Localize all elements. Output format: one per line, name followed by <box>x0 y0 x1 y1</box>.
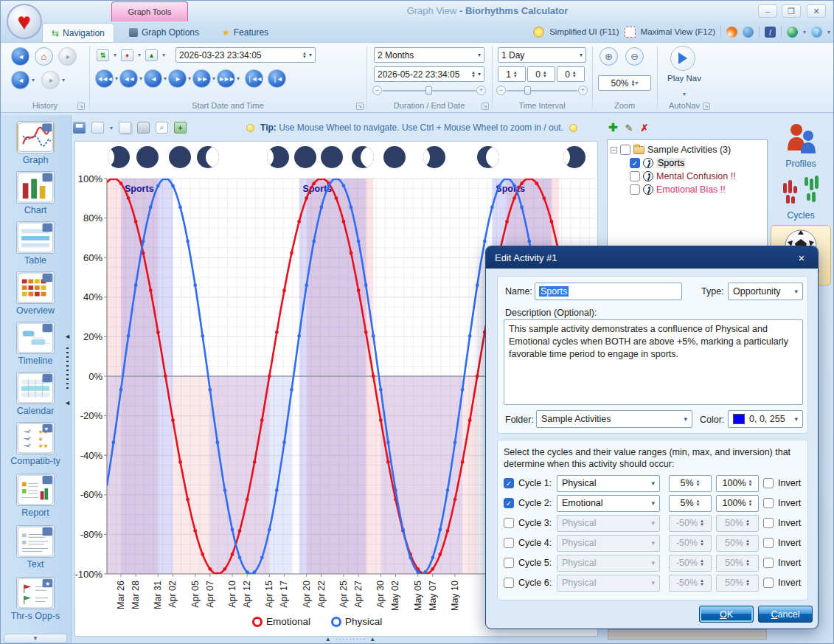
history-first-button[interactable]: ◄ <box>11 47 29 66</box>
invert-checkbox[interactable] <box>763 478 774 488</box>
print-icon[interactable] <box>137 122 150 134</box>
chevron-down-icon[interactable]: ▾ <box>62 77 65 83</box>
nav-skip-back-button[interactable]: ❘◄ <box>268 69 286 88</box>
folder-combo[interactable]: Sample Activities ▾ <box>536 410 692 428</box>
save-icon[interactable] <box>73 122 86 134</box>
simplified-ui-toggle[interactable]: Simplified UI (F11) <box>549 27 619 36</box>
sidebar-item-overview[interactable]: Overview <box>5 271 66 316</box>
chevron-down-icon[interactable]: ▾ <box>164 75 167 82</box>
interval-minutes-stepper[interactable]: 0 ▲▼ <box>557 66 585 82</box>
interval-preset-combo[interactable]: 1 Day ▾ <box>498 47 586 63</box>
chevron-down-icon[interactable]: ▾ <box>803 29 806 35</box>
chevron-down-icon[interactable]: ▾ <box>162 52 165 58</box>
chevron-down-icon[interactable]: ▾ <box>212 75 215 82</box>
sidebar-item-graph[interactable]: Graph <box>5 121 66 165</box>
tab-navigation[interactable]: ⇆ Navigation <box>42 23 114 42</box>
cycle-max-stepper[interactable]: 100%▲▼ <box>716 475 759 492</box>
item-checkbox[interactable] <box>630 184 640 195</box>
chevron-down-icon[interactable]: ▾ <box>110 125 113 131</box>
cycle-checkbox[interactable] <box>504 538 514 548</box>
app-menu-button[interactable]: ♥ <box>7 4 42 39</box>
name-input[interactable]: Sports <box>535 283 682 300</box>
cycle-max-stepper[interactable]: 100%▲▼ <box>716 495 759 512</box>
export-icon[interactable] <box>91 122 104 134</box>
spinner-icon[interactable]: ▲▼ <box>543 71 547 78</box>
cycle-checkbox-checked[interactable]: ✓ <box>504 478 514 488</box>
edit-activity-icon[interactable]: ✎ <box>625 122 633 134</box>
sidebar-item-report[interactable]: Report <box>5 474 66 518</box>
sidebar-scroll-down[interactable]: ▼ <box>4 634 67 643</box>
interval-hours-stepper[interactable]: 0 ▲▼ <box>527 66 555 82</box>
slider-plus-icon[interactable]: + <box>476 86 486 95</box>
sidebar-item-calendar[interactable]: Calendar <box>5 372 66 416</box>
minimize-button[interactable]: – <box>758 4 777 18</box>
calendar-holiday-icon[interactable]: ▲ <box>145 49 158 61</box>
cycle-checkbox[interactable] <box>504 578 514 588</box>
maximal-view-toggle[interactable]: Maximal View (F12) <box>641 27 715 36</box>
dialog-title-bar[interactable]: Edit Activity #1 × <box>486 246 818 269</box>
ok-button[interactable]: OK <box>699 606 754 623</box>
chevron-down-icon[interactable]: ▾ <box>309 52 312 58</box>
cycle-checkbox[interactable] <box>504 558 514 568</box>
root-checkbox[interactable] <box>620 145 630 155</box>
cycle-min-stepper[interactable]: 5%▲▼ <box>669 475 712 492</box>
history-dialog-launcher-icon[interactable]: ↘ <box>77 103 85 110</box>
cycle-checkbox-checked[interactable]: ✓ <box>504 498 514 508</box>
cycle-min-stepper[interactable]: 5%▲▼ <box>669 495 712 512</box>
duration-slider[interactable]: − + <box>372 86 486 96</box>
chevron-down-icon[interactable]: ▾ <box>188 75 191 82</box>
chevron-down-icon[interactable]: ▾ <box>139 75 142 82</box>
chevron-down-icon[interactable]: ▾ <box>658 86 710 99</box>
add-activity-icon[interactable]: ✚ <box>608 121 618 134</box>
play-nav-button[interactable] <box>670 46 695 71</box>
slider-plus-icon[interactable]: + <box>578 86 588 95</box>
sidebar-item-text[interactable]: Text <box>5 525 66 569</box>
start-dialog-launcher-icon[interactable]: ↘ <box>356 103 364 110</box>
history-last-button[interactable]: ► <box>58 47 77 66</box>
sidebar-item-threats-opportunities[interactable]: ★ Thr-s Opp-s <box>5 577 66 621</box>
chevron-down-icon[interactable]: ▾ <box>237 75 240 82</box>
sidebar-item-timeline[interactable]: Timeline <box>5 322 66 366</box>
invert-checkbox[interactable] <box>763 498 774 508</box>
chevron-down-icon[interactable]: ▾ <box>32 77 35 83</box>
zoom-level-stepper[interactable]: 50% ▲▼ ▾ <box>598 75 651 91</box>
sidebar-collapse-arrow[interactable]: ◄ <box>64 333 71 340</box>
tab-graph-options[interactable]: Graph Options <box>120 23 208 42</box>
color-combo[interactable]: 0, 0, 255 ▾ <box>728 410 803 428</box>
start-date-input[interactable]: 2026-03-23 23:34:05 ▲▼ ▾ <box>176 47 316 63</box>
slider-track[interactable] <box>507 90 577 91</box>
chevron-down-icon[interactable]: ▾ <box>635 80 638 86</box>
help-icon[interactable]: ? <box>811 27 822 38</box>
sidebar-item-table[interactable]: Table <box>5 221 66 266</box>
duration-dialog-launcher-icon[interactable]: ↘ <box>482 103 489 110</box>
end-date-input[interactable]: 2026-05-22 23:34:05 ▲▼ ▾ <box>374 66 484 82</box>
zoom-out-icon[interactable]: ⊖ <box>625 47 644 66</box>
contextual-tab-graph-tools[interactable]: Graph Tools <box>111 1 188 21</box>
chevron-down-icon[interactable]: ▾ <box>115 75 118 82</box>
copy-icon[interactable] <box>119 122 131 134</box>
chevron-down-icon[interactable]: ▾ <box>478 71 481 77</box>
tree-item-emotional-bias[interactable]: Emotional Bias !! <box>608 183 767 196</box>
spinner-icon[interactable]: ▲▼ <box>513 71 518 78</box>
web-search-icon[interactable] <box>743 27 754 38</box>
history-back-button[interactable]: ◄ <box>11 71 29 89</box>
horizontal-splitter-handle[interactable]: ▲ ········· ▲ <box>310 636 392 643</box>
calendar-event-icon[interactable]: ♦ <box>121 49 133 61</box>
nav-fwd-2-button[interactable]: ►► <box>192 69 211 88</box>
sidebar-item-compatibility[interactable]: ★★★★★♥ Compatib-ty <box>5 422 66 466</box>
type-combo[interactable]: Opportunity ▾ <box>728 283 803 300</box>
cycle-combo[interactable]: Emotional▾ <box>557 495 660 512</box>
duration-preset-combo[interactable]: 2 Months ▾ <box>374 47 484 63</box>
maximize-button[interactable]: ❐ <box>782 4 801 18</box>
rail-item-cycles[interactable]: Cycles <box>769 173 833 221</box>
rail-item-profiles[interactable]: Profiles <box>769 121 833 169</box>
spinner-icon[interactable]: ▲▼ <box>471 71 476 78</box>
home-icon[interactable]: ⌂ <box>35 47 53 66</box>
nav-fwd-1-button[interactable]: ► <box>168 69 187 88</box>
zoom-in-icon[interactable]: ⊕ <box>600 47 618 66</box>
delete-activity-icon[interactable]: ✗ <box>640 122 648 134</box>
nav-back-2-button[interactable]: ◄◄ <box>119 69 138 88</box>
tree-item-mental-confusion[interactable]: Mental Confusion !! <box>608 170 767 183</box>
slider-minus-icon[interactable]: − <box>496 86 506 95</box>
slider-minus-icon[interactable]: − <box>372 86 382 95</box>
